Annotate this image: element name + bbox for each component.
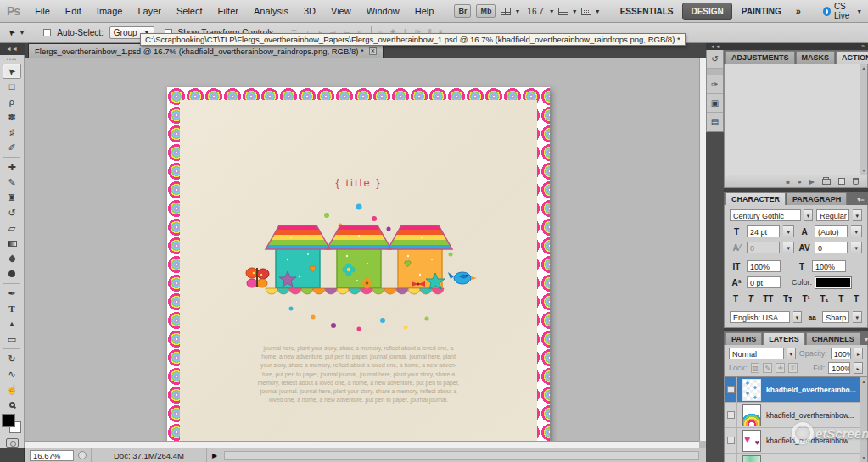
- path-selection-tool[interactable]: ▲: [3, 316, 21, 331]
- pen-tool[interactable]: ✒: [3, 286, 21, 301]
- tools-panel-grip[interactable]: ••••: [7, 57, 17, 62]
- kerning-field[interactable]: 0: [747, 242, 780, 253]
- type-tool[interactable]: T: [3, 301, 21, 316]
- dock-expand-button[interactable]: »: [724, 43, 868, 50]
- tab-adjustments[interactable]: ADJUSTMENTS: [725, 51, 795, 64]
- font-style-field[interactable]: Regular: [816, 209, 849, 221]
- tab-channels[interactable]: CHANNELS: [806, 332, 860, 345]
- anti-alias-field[interactable]: Sharp: [822, 311, 849, 323]
- layer-row-raindrops[interactable]: khadfield_overtherainbo...: [725, 377, 867, 403]
- layer-visibility-toggle[interactable]: [725, 454, 737, 462]
- lock-pixels-button[interactable]: ✎: [763, 363, 772, 373]
- tab-layers[interactable]: LAYERS: [763, 332, 805, 345]
- vertical-scrollbar[interactable]: [699, 58, 706, 441]
- tab-paragraph[interactable]: PARAGRAPH: [787, 192, 847, 205]
- canvas-area[interactable]: { title }: [25, 58, 706, 448]
- font-style-dropdown-button[interactable]: ▼: [853, 209, 862, 221]
- tool-preset-picker[interactable]: ➤ ▼: [3, 26, 29, 39]
- strikethrough-button[interactable]: Ŧ: [854, 294, 859, 303]
- layer-name[interactable]: khadfield_overtherainbow...: [766, 437, 854, 445]
- lasso-tool[interactable]: ρ: [3, 94, 21, 109]
- layer-row-partial[interactable]: [725, 454, 867, 462]
- scroll-up-icon[interactable]: ▲: [862, 65, 866, 70]
- eraser-tool[interactable]: ▱: [3, 220, 21, 236]
- layer-thumbnail-raindrops[interactable]: [742, 379, 761, 401]
- healing-brush-tool[interactable]: ✚: [3, 159, 21, 175]
- eyedropper-tool[interactable]: ✐: [3, 140, 21, 155]
- menu-edit[interactable]: Edit: [59, 3, 88, 19]
- hand-tool[interactable]: ☝: [3, 381, 21, 397]
- blur-tool[interactable]: [3, 251, 21, 266]
- layer-row-rainbow[interactable]: khadfield_overtherainbow...: [725, 403, 867, 428]
- dock-collapse-button[interactable]: ◄◄: [706, 43, 724, 50]
- 3d-rotate-tool[interactable]: ↻: [3, 351, 21, 366]
- menu-file[interactable]: File: [28, 3, 57, 19]
- fill-field[interactable]: 100%: [828, 362, 850, 374]
- opacity-field[interactable]: 100%: [831, 348, 851, 359]
- layer-thumbnail-partial[interactable]: [742, 455, 761, 462]
- font-size-field[interactable]: 24 pt: [747, 225, 780, 237]
- workspace-overflow-button[interactable]: »: [791, 6, 806, 16]
- lock-all-button[interactable]: ⚿: [788, 363, 798, 373]
- layer-visibility-toggle[interactable]: [725, 377, 737, 403]
- layer-visibility-toggle[interactable]: [725, 403, 737, 428]
- layer-name[interactable]: khadfield_overtherainbow...: [766, 411, 854, 420]
- document-tab-close-icon[interactable]: ×: [369, 47, 377, 55]
- menu-view[interactable]: View: [324, 3, 358, 19]
- zoom-tool[interactable]: [3, 397, 21, 412]
- clone-stamp-tool[interactable]: ♜: [3, 190, 21, 205]
- blend-mode-dropdown-button[interactable]: ▼: [787, 348, 796, 359]
- workspace-painting[interactable]: PAINTING: [734, 3, 789, 19]
- screen-mode-button[interactable]: ▼: [580, 8, 601, 15]
- menu-analysis[interactable]: Analysis: [247, 3, 295, 19]
- clone-source-panel-button[interactable]: ▣: [707, 94, 723, 113]
- underline-button[interactable]: T: [838, 294, 843, 303]
- panel-menu-icon[interactable]: ▾≡: [861, 336, 868, 345]
- faux-bold-button[interactable]: T: [733, 294, 738, 303]
- scroll-up-icon[interactable]: ▲: [862, 379, 866, 384]
- status-flyout-button[interactable]: ▶: [207, 452, 222, 459]
- history-panel-button[interactable]: ↺: [707, 50, 723, 69]
- leading-dropdown-button[interactable]: ▼: [851, 225, 862, 237]
- 3d-orbit-tool[interactable]: ∿: [3, 366, 21, 381]
- font-family-field[interactable]: Century Gothic: [730, 209, 801, 221]
- all-caps-button[interactable]: TT: [763, 294, 773, 303]
- superscript-button[interactable]: T¹: [803, 294, 810, 303]
- document-size-readout[interactable]: Doc: 37.1M/264.4M: [91, 448, 207, 462]
- marquee-tool[interactable]: □: [3, 79, 21, 94]
- menu-filter[interactable]: Filter: [211, 3, 245, 19]
- menu-image[interactable]: Image: [90, 3, 130, 19]
- lock-transparency-button[interactable]: ▨: [751, 363, 760, 373]
- tracking-dropdown-button[interactable]: ▼: [851, 242, 862, 253]
- tab-masks[interactable]: MASKS: [796, 51, 836, 64]
- tab-character[interactable]: CHARACTER: [725, 192, 786, 205]
- history-brush-tool[interactable]: ↺: [3, 205, 21, 220]
- quick-selection-tool[interactable]: ✽: [3, 109, 21, 125]
- workspace-essentials[interactable]: ESSENTIALS: [613, 3, 681, 19]
- brush-tool[interactable]: ✎: [3, 175, 21, 190]
- opacity-slider-button[interactable]: ▸: [854, 348, 863, 359]
- quick-mask-button[interactable]: [6, 438, 19, 448]
- new-action-button[interactable]: [838, 178, 845, 185]
- tool-presets-panel-button[interactable]: ✑: [707, 75, 723, 94]
- scroll-down-icon[interactable]: ▼: [862, 168, 866, 173]
- font-family-dropdown-button[interactable]: ▼: [804, 209, 814, 221]
- gradient-tool[interactable]: [3, 236, 21, 251]
- scroll-down-icon[interactable]: ▼: [862, 455, 866, 460]
- menu-select[interactable]: Select: [170, 3, 210, 19]
- dodge-tool[interactable]: [3, 266, 21, 281]
- move-tool[interactable]: ➤: [3, 64, 21, 79]
- layer-thumbnail-hearts[interactable]: [742, 430, 761, 452]
- tab-paths[interactable]: PATHS: [725, 332, 762, 345]
- menu-help[interactable]: Help: [408, 3, 441, 19]
- kerning-dropdown-button[interactable]: ▼: [783, 242, 794, 253]
- language-field[interactable]: English: USA: [730, 311, 790, 323]
- small-caps-button[interactable]: Tᴛ: [783, 294, 792, 303]
- status-zoom-field[interactable]: 16.67%: [30, 450, 74, 461]
- horizontal-scrollbar[interactable]: [25, 441, 699, 448]
- stop-recording-button[interactable]: ■: [786, 178, 790, 186]
- actions-list[interactable]: ▲ ▼: [725, 64, 867, 175]
- delete-action-button[interactable]: [853, 178, 859, 185]
- crop-tool[interactable]: ♯: [3, 125, 21, 140]
- layer-thumbnail-rainbow[interactable]: [742, 404, 761, 426]
